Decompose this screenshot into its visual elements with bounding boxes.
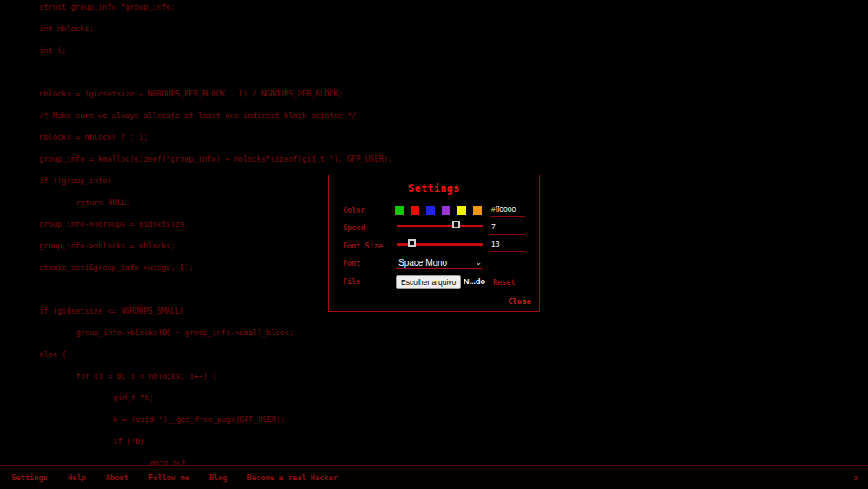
menu-bar-close-icon[interactable]: x [854,473,858,482]
menu-item-help[interactable]: Help [68,473,86,482]
menu-item-about[interactable]: About [106,473,128,482]
code-line: struct group_info *group_info; [39,0,868,18]
font-size-value-input[interactable] [490,239,525,252]
code-line [39,62,868,83]
code-line: gid_t *b; [39,387,868,409]
code-line: group_info->blocks[0] = group_info->smal… [39,322,868,344]
color-value-input[interactable] [490,204,525,217]
color-swatch[interactable] [457,206,466,215]
color-swatch[interactable] [442,206,450,215]
code-line: b = (void *)__get_free_page(GFP_USER); [39,409,868,431]
font-size-label: Font Size [343,241,383,250]
chevron-down-icon: ⌄ [475,259,482,266]
code-line: group_info = kmalloc(sizeof(*group_info)… [39,149,868,170]
speed-slider-thumb[interactable] [452,221,460,228]
code-line: if (!b) [39,431,868,453]
color-swatch[interactable] [426,206,435,215]
file-choose-button[interactable]: Escolher arquivo [396,275,461,289]
code-line: nblocks = nblocks ? : 1; [39,127,868,149]
speed-label: Speed [343,223,365,232]
menu-item-settings[interactable]: Settings [11,473,48,482]
color-swatch[interactable] [395,206,404,215]
close-link[interactable]: Close [508,297,531,306]
color-swatch[interactable] [411,206,419,215]
speed-value-input[interactable] [490,221,525,235]
font-select-value: Space Mono [398,258,447,268]
font-size-slider-thumb[interactable] [408,239,416,247]
settings-dialog: Settings Color Speed Font Size Font Spac… [328,175,540,312]
font-select[interactable]: Space Mono ⌄ [396,257,483,269]
file-status-text: N...do [464,277,485,286]
file-label: File [343,277,360,286]
menu-item-become-a-real-hacker[interactable]: Become a real Hacker [247,473,338,482]
menu-item-blog[interactable]: Blog [209,473,227,482]
code-line: nblocks = (gidsetsize + NGROUPS_PER_BLOC… [39,83,868,105]
speed-slider-track[interactable] [397,225,483,228]
font-label: Font [343,259,360,268]
code-line: /* Make sure we always allocate at least… [39,105,868,127]
color-swatch[interactable] [473,206,482,215]
color-swatch-group [395,206,482,215]
reset-link[interactable]: Reset [493,278,516,287]
code-line: for (i = 0; i < nblocks; i++) { [39,366,868,387]
menu-item-follow-me[interactable]: Follow me [148,473,189,482]
settings-dialog-title: Settings [329,182,539,195]
hacker-typer-screen: struct group_info *group_info;int nblock… [0,0,868,489]
code-line: int nblocks; [39,18,868,40]
bottom-menu-bar: Settings Help About Follow me Blog Becom… [0,465,868,489]
code-line: int i; [39,40,868,62]
code-line: else { [39,344,868,366]
color-label: Color [343,206,365,215]
